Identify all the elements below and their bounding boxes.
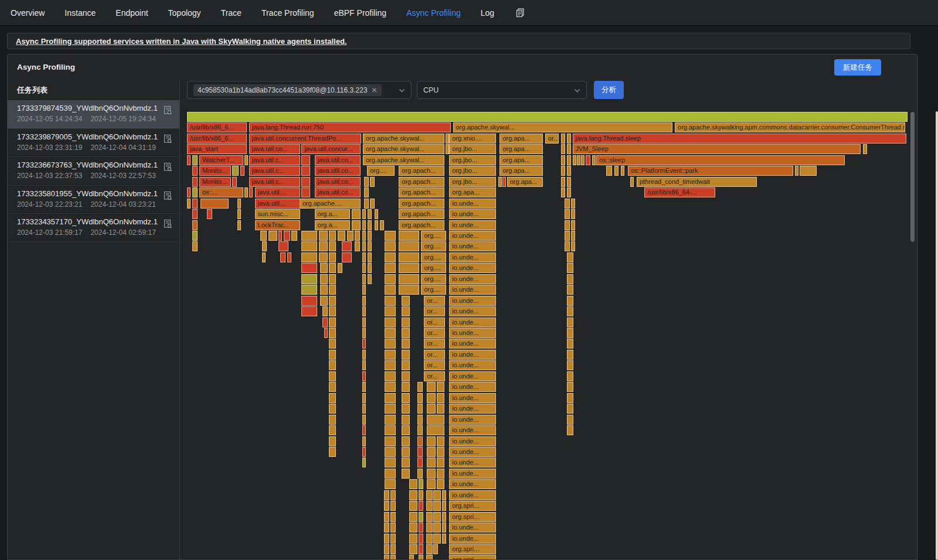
nav-tab-async-profiling[interactable]: Async Profiling [406, 8, 461, 18]
flame-bar[interactable]: java.util.co... [315, 166, 361, 176]
flame-bar[interactable] [426, 534, 433, 544]
flame-bar[interactable] [427, 436, 436, 446]
flame-bar[interactable] [567, 285, 573, 295]
flame-bar[interactable] [409, 501, 418, 511]
flame-bar[interactable] [561, 155, 565, 165]
flame-bar[interactable] [342, 252, 352, 262]
flame-bar[interactable]: org.apach... [399, 177, 444, 187]
flame-bar[interactable] [567, 360, 573, 370]
flame-bar[interactable] [567, 166, 571, 176]
flame-bar[interactable] [426, 490, 433, 500]
flame-bar[interactable] [567, 339, 573, 349]
flame-bar[interactable] [329, 285, 336, 295]
flame-bar[interactable] [427, 393, 436, 403]
flame-bar[interactable]: org.apa... [499, 144, 543, 154]
flame-bar[interactable] [192, 209, 198, 219]
flame-bar[interactable] [426, 523, 433, 532]
flame-bar[interactable] [565, 199, 570, 209]
flame-bar[interactable] [187, 199, 191, 209]
flame-bar[interactable] [385, 447, 396, 457]
flame-bar[interactable] [319, 252, 328, 262]
flame-bar[interactable] [278, 231, 282, 241]
flame-bar[interactable] [399, 285, 419, 295]
flame-bar[interactable]: java.util.... [255, 187, 300, 197]
flame-bar[interactable] [437, 469, 444, 479]
flame-bar[interactable]: io.unde... [449, 469, 496, 479]
flame-bar[interactable] [280, 252, 286, 262]
flame-bar[interactable]: os::PlatformEvent::park [628, 166, 793, 176]
flame-bar[interactable] [338, 263, 343, 273]
flame-bar[interactable] [187, 187, 191, 197]
flame-bar[interactable] [402, 317, 410, 327]
flame-bar[interactable] [426, 501, 433, 511]
flame-bar[interactable] [385, 404, 396, 414]
flame-bar[interactable] [329, 231, 336, 241]
flame-bar[interactable] [427, 425, 444, 435]
flame-bar[interactable] [390, 501, 396, 511]
flame-bar[interactable]: org.apa... [499, 155, 543, 165]
flame-bar[interactable] [329, 241, 336, 251]
flame-bar[interactable] [419, 523, 424, 532]
flame-bar[interactable] [375, 209, 378, 219]
flame-bar[interactable] [207, 209, 212, 219]
flame-bar[interactable] [567, 393, 573, 403]
flame-bar[interactable] [192, 241, 198, 251]
flame-bar[interactable] [498, 177, 502, 187]
flame-bar[interactable] [437, 457, 444, 467]
flame-bar[interactable] [384, 501, 390, 511]
flame-bar[interactable] [301, 231, 317, 241]
flame-bar[interactable] [385, 415, 396, 425]
flame-bar[interactable] [442, 523, 446, 532]
flame-bar[interactable]: org.apache.skywalking.apm.commons.dataca… [675, 122, 905, 132]
nav-tab-overview[interactable]: Overview [11, 8, 45, 18]
flame-bar[interactable] [442, 490, 446, 500]
flame-bar[interactable] [362, 447, 366, 457]
flame-bar[interactable] [402, 469, 410, 479]
flame-bar[interactable] [571, 231, 575, 241]
flame-bar[interactable] [324, 328, 328, 338]
flame-bar[interactable] [301, 306, 317, 316]
flame-bar[interactable]: /usr/lib/x86_6... [187, 134, 247, 144]
flame-bar[interactable] [192, 199, 198, 209]
flame-bar[interactable]: io.unde... [449, 436, 496, 446]
flame-bar[interactable] [565, 220, 570, 230]
flame-bar[interactable] [385, 457, 396, 467]
flame-bar[interactable] [329, 263, 336, 273]
flame-bar[interactable]: org.... [421, 252, 446, 262]
flame-bar[interactable] [390, 523, 396, 532]
flame-bar[interactable] [571, 199, 575, 209]
flame-bar[interactable] [573, 155, 576, 165]
flame-bar[interactable] [433, 501, 440, 511]
flame-bar[interactable] [409, 555, 414, 560]
flame-bar[interactable] [362, 425, 366, 435]
nav-tab-trace-profiling[interactable]: Trace Profiling [261, 8, 314, 18]
flame-bar[interactable] [320, 296, 327, 306]
flame-bar[interactable]: org.apache.skywal... [363, 144, 444, 154]
flame-bar[interactable] [384, 512, 390, 522]
flame-bar[interactable] [262, 241, 267, 251]
instance-select[interactable]: 4c958530a1b14ad8ab73cc4451a39f08@10.116.… [187, 81, 412, 99]
task-detail-icon[interactable] [163, 219, 172, 228]
flame-bar[interactable]: io.unde... [449, 339, 496, 349]
flame-bar[interactable] [384, 544, 390, 554]
flame-bar[interactable] [269, 231, 277, 241]
flame-bar[interactable] [399, 241, 419, 251]
flame-bar[interactable] [385, 469, 396, 479]
flame-bar[interactable] [375, 220, 378, 230]
flame-bar[interactable]: org.jbo... [449, 155, 496, 165]
flame-bar[interactable]: os::sleep [596, 155, 845, 165]
flame-bar[interactable] [364, 177, 368, 187]
flame-bar[interactable] [200, 199, 229, 209]
flame-bar[interactable] [417, 415, 423, 425]
flame-bar[interactable] [427, 447, 436, 457]
flame-bar[interactable] [329, 404, 336, 414]
flame-bar[interactable] [561, 144, 565, 154]
flame-bar[interactable] [329, 306, 336, 316]
flame-bar[interactable] [581, 155, 584, 165]
flame-bar[interactable] [355, 241, 360, 251]
flame-bar[interactable] [417, 469, 423, 479]
flame-bar[interactable]: Monito... [199, 166, 231, 176]
flame-bar[interactable] [426, 512, 433, 522]
flame-bar[interactable] [368, 220, 371, 230]
flame-bar[interactable] [561, 166, 565, 176]
